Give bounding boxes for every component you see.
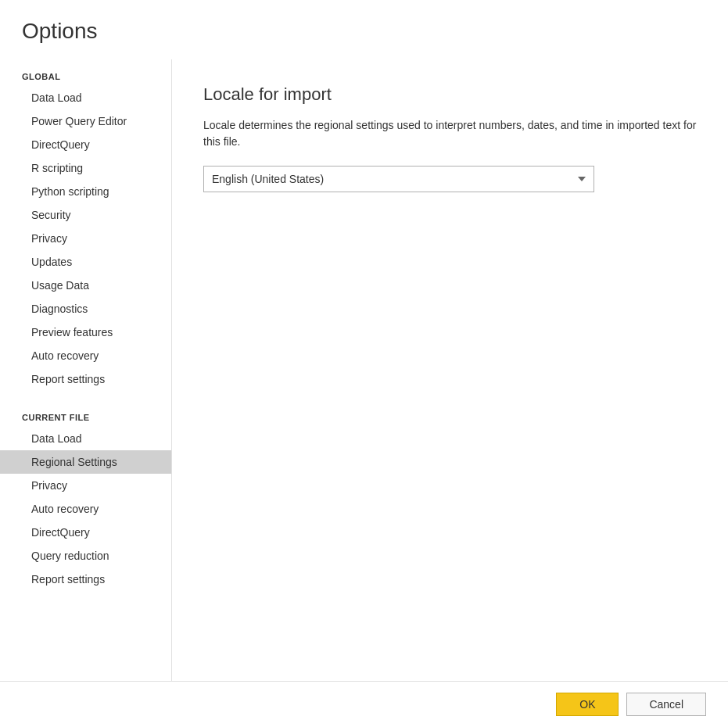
sidebar-item-privacy-global[interactable]: Privacy	[0, 227, 171, 250]
sidebar-item-usage-data[interactable]: Usage Data	[0, 274, 171, 297]
sidebar-item-data-load-global[interactable]: Data Load	[0, 86, 171, 109]
content-area: Locale for import Locale determines the …	[172, 59, 728, 681]
sidebar-item-preview-features[interactable]: Preview features	[0, 321, 171, 344]
locale-select[interactable]: English (United States) English (United …	[203, 166, 594, 192]
cancel-button[interactable]: Cancel	[626, 693, 706, 716]
page-title: Options	[0, 19, 728, 59]
current-file-section-label: CURRENT FILE	[0, 403, 171, 427]
sidebar-item-direct-query-file[interactable]: DirectQuery	[0, 521, 171, 544]
dialog-footer: OK Cancel	[0, 681, 728, 727]
sidebar-item-report-settings-global[interactable]: Report settings	[0, 367, 171, 391]
sidebar-item-auto-recovery-global[interactable]: Auto recovery	[0, 344, 171, 367]
sidebar-item-direct-query-global[interactable]: DirectQuery	[0, 133, 171, 156]
sidebar-item-security[interactable]: Security	[0, 203, 171, 227]
global-section-label: GLOBAL	[0, 63, 171, 86]
sidebar-item-power-query-editor[interactable]: Power Query Editor	[0, 109, 171, 133]
sidebar-item-r-scripting[interactable]: R scripting	[0, 156, 171, 180]
sidebar-item-data-load-file[interactable]: Data Load	[0, 427, 171, 450]
sidebar-item-python-scripting[interactable]: Python scripting	[0, 180, 171, 203]
sidebar-item-updates[interactable]: Updates	[0, 250, 171, 274]
ok-button[interactable]: OK	[556, 693, 619, 716]
sidebar: GLOBAL Data Load Power Query Editor Dire…	[0, 59, 172, 681]
sidebar-item-query-reduction[interactable]: Query reduction	[0, 544, 171, 568]
sidebar-item-diagnostics[interactable]: Diagnostics	[0, 297, 171, 321]
sidebar-item-privacy-file[interactable]: Privacy	[0, 474, 171, 497]
main-layout: GLOBAL Data Load Power Query Editor Dire…	[0, 59, 728, 681]
sidebar-item-auto-recovery-file[interactable]: Auto recovery	[0, 497, 171, 521]
sidebar-item-report-settings-file[interactable]: Report settings	[0, 568, 171, 591]
options-dialog: Options GLOBAL Data Load Power Query Edi…	[0, 0, 728, 727]
sidebar-item-regional-settings[interactable]: Regional Settings	[0, 450, 171, 474]
content-title: Locale for import	[203, 84, 697, 105]
content-description: Locale determines the regional settings …	[203, 117, 697, 150]
